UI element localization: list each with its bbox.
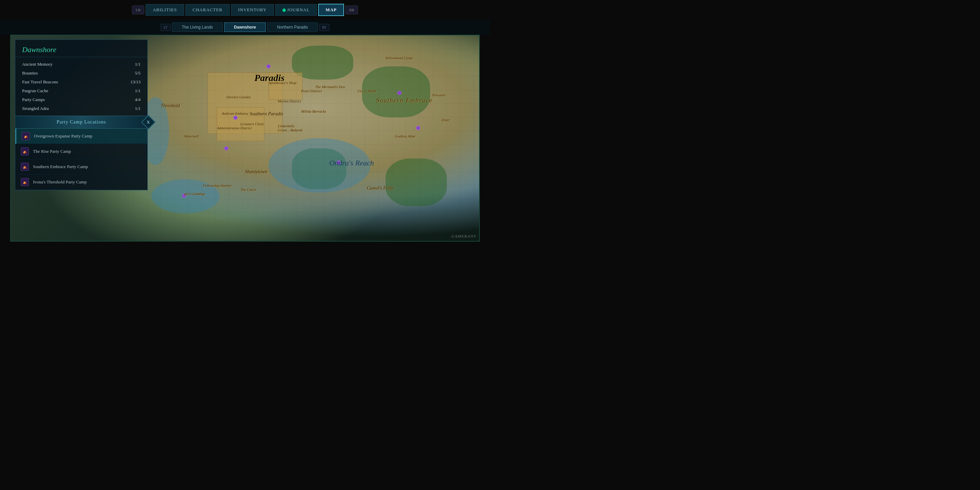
tab-inventory[interactable]: INVENTORY <box>231 4 274 16</box>
camp-name: Ivona's Threshold Party Camp <box>33 179 87 185</box>
journal-alert-icon <box>282 8 286 12</box>
map-area[interactable]: ParadisSouthern ParadisShantytownOndra's… <box>10 35 480 242</box>
top-nav: LB ABILITIES CHARACTER INVENTORY JOURNAL… <box>0 0 490 20</box>
stat-label: Strangled Adra <box>22 106 49 111</box>
map-marker-5[interactable] <box>416 126 420 130</box>
stat-label: Party Camps <box>22 97 45 102</box>
stat-row: Pargrun Cache1/1 <box>15 86 147 95</box>
city-southern-paradis <box>217 107 264 141</box>
gamerant-watermark: GAMERANT <box>452 234 476 238</box>
camp-name: Southern Embrace Party Camp <box>33 164 88 169</box>
water-ondra <box>269 138 371 192</box>
sub-tab-living-lands[interactable]: The Living Lands <box>172 22 223 32</box>
sidebar-stats: Ancient Memory1/1Bounties5/5Fast Travel … <box>15 57 147 116</box>
tab-abilities[interactable]: ABILITIES <box>146 4 184 16</box>
forest-south <box>385 159 447 206</box>
camp-icon: ⛺ <box>22 132 30 140</box>
camp-list-item[interactable]: ⛺ Southern Embrace Party Camp <box>15 159 147 175</box>
stat-row: Fast Travel Beacons13/13 <box>15 78 147 86</box>
camp-icon: ⛺ <box>21 163 29 171</box>
rt-button[interactable]: RT <box>319 24 329 31</box>
sidebar-panel: Dawnshore Ancient Memory1/1Bounties5/5Fa… <box>15 40 148 190</box>
camp-list-item[interactable]: ⛺ The Rise Party Camp <box>15 144 147 159</box>
camp-icon: ⛺ <box>21 178 29 186</box>
camp-icon: ⛺ <box>21 147 29 156</box>
stat-count: 1/1 <box>135 88 140 94</box>
stat-label: Ancient Memory <box>22 62 52 67</box>
map-marker-2[interactable] <box>234 116 237 120</box>
sub-nav: LT The Living Lands Dawnshore Northern P… <box>0 20 490 35</box>
stat-label: Pargrun Cache <box>22 88 48 94</box>
map-marker-6[interactable] <box>337 161 340 165</box>
sidebar-title: Dawnshore <box>15 40 147 57</box>
city-pearl-district <box>269 73 302 100</box>
map-marker-3[interactable] <box>224 146 228 150</box>
stat-count: 1/1 <box>135 62 140 67</box>
camp-name: Overgrown Expanse Party Camp <box>34 134 92 139</box>
map-marker-1[interactable] <box>266 64 270 68</box>
party-camps-header: Party Camp Locations X <box>15 116 147 129</box>
camp-list-item[interactable]: ⛺ Ivona's Threshold Party Camp <box>15 175 147 190</box>
tab-character[interactable]: CHARACTER <box>185 4 230 16</box>
camp-list-item[interactable]: ⛺ Overgrown Expanse Party Camp <box>15 129 147 144</box>
lt-button[interactable]: LT <box>161 24 170 31</box>
tab-journal[interactable]: JOURNAL <box>275 4 317 16</box>
stat-count: 1/1 <box>135 106 140 111</box>
sub-tab-northern-paradis[interactable]: Northern Paradis <box>267 22 318 32</box>
stat-row: Party Camps4/4 <box>15 95 147 104</box>
map-marker-4[interactable] <box>398 91 401 95</box>
sub-tab-dawnshore[interactable]: Dawnshore <box>224 22 266 32</box>
stat-row: Ancient Memory1/1 <box>15 60 147 69</box>
stat-count: 13/13 <box>130 79 140 85</box>
camp-name: The Rise Party Camp <box>33 149 71 154</box>
stat-label: Bounties <box>22 70 38 76</box>
rb-button[interactable]: RB <box>345 5 358 14</box>
stat-count: 4/4 <box>135 97 140 102</box>
forest-east <box>362 66 430 118</box>
lb-button[interactable]: LB <box>132 5 144 14</box>
stat-row: Strangled Adra1/1 <box>15 104 147 113</box>
stat-label: Fast Travel Beacons <box>22 79 58 85</box>
stat-row: Bounties5/5 <box>15 69 147 78</box>
camps-list: ⛺ Overgrown Expanse Party Camp ⛺ The Ris… <box>15 129 147 190</box>
stat-count: 5/5 <box>135 70 140 76</box>
map-marker-7[interactable] <box>182 194 186 198</box>
tab-map[interactable]: MAP <box>318 4 344 16</box>
